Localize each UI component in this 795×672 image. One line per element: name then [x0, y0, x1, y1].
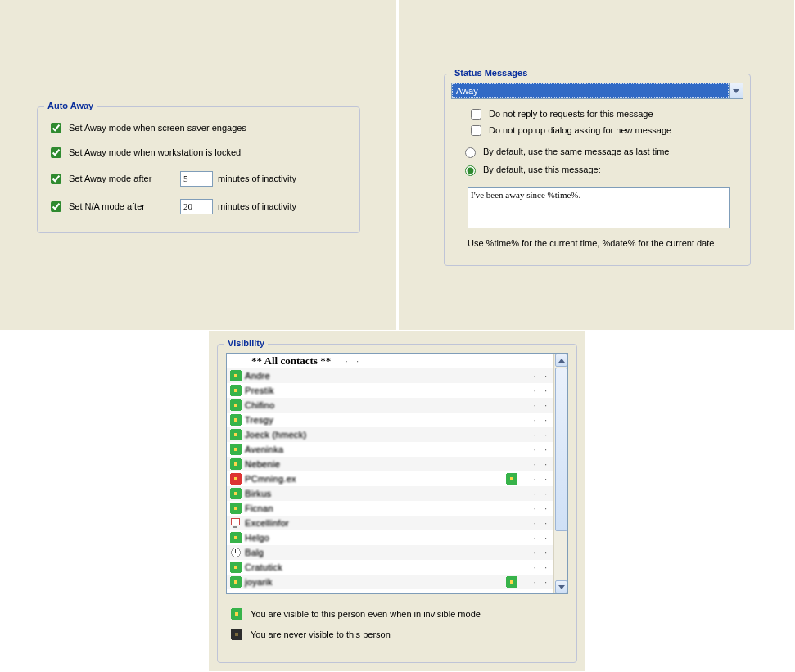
legend-visible-row: You are visible to this person even when… — [231, 607, 481, 621]
use-this-row: By default, use this message: — [461, 163, 601, 176]
visibility-row-dots: · · — [519, 563, 553, 572]
flower-green-icon — [230, 458, 242, 470]
auto-away-after-row: Set Away mode after minutes of inactivit… — [47, 171, 296, 186]
flower-visible-icon — [231, 608, 242, 620]
chevron-down-icon — [733, 89, 739, 93]
visibility-panel: Visibility ** All contacts ** · · Andre·… — [209, 331, 586, 672]
auto-away-after-input[interactable] — [180, 171, 213, 187]
flower-green-icon — [230, 399, 242, 411]
visibility-row[interactable]: Prestik· · — [227, 383, 553, 398]
auto-away-na-input[interactable] — [180, 199, 213, 214]
flower-red-icon — [230, 473, 242, 485]
auto-away-na-minutes-label: minutes of inactivity — [218, 201, 296, 211]
visibility-row[interactable]: Helgo· · — [227, 530, 553, 545]
do-not-popup-checkbox[interactable] — [471, 125, 481, 136]
visibility-badge — [504, 576, 519, 588]
flower-green-icon — [230, 385, 242, 396]
visibility-contact-name: Aveninka — [242, 444, 504, 454]
status-message-textarea[interactable] — [468, 187, 730, 228]
same-as-last-label: By default, use the same message as last… — [483, 147, 669, 156]
scroll-up-button[interactable] — [555, 354, 567, 367]
status-messages-title: Status Messages — [451, 68, 531, 78]
auto-away-panel: Auto Away Set Away mode when screen save… — [0, 0, 397, 331]
visibility-row[interactable]: Nebenie· · — [227, 457, 553, 471]
auto-away-na-checkbox[interactable] — [51, 201, 61, 212]
flower-green-icon — [230, 370, 242, 381]
visibility-scrollbar[interactable] — [553, 354, 567, 593]
visibility-contact-name: Ficnan — [242, 503, 504, 513]
visibility-header: ** All contacts ** — [230, 354, 331, 368]
auto-away-locked-checkbox[interactable] — [51, 147, 61, 158]
flower-green-icon — [230, 414, 242, 426]
auto-away-group: Auto Away Set Away mode when screen save… — [37, 106, 360, 233]
visibility-row[interactable]: Ficnan· · — [227, 501, 553, 516]
clock-icon — [230, 547, 242, 558]
auto-away-after-minutes-label: minutes of inactivity — [218, 174, 296, 183]
visibility-row[interactable]: Tresgy· · — [227, 413, 553, 427]
visibility-contact-name: Andre — [242, 371, 504, 381]
legend-visible-label: You are visible to this person even when… — [251, 609, 481, 619]
monitor-icon — [230, 517, 242, 529]
visibility-row[interactable]: joyarik· · — [227, 575, 553, 589]
do-not-reply-label: Do not reply to requests for this messag… — [489, 109, 653, 119]
visibility-row-dots: · · — [519, 548, 553, 557]
visibility-row[interactable]: Chifino· · — [227, 398, 553, 413]
do-not-reply-row: Do not reply to requests for this messag… — [468, 107, 653, 120]
same-as-last-row: By default, use the same message as last… — [461, 145, 669, 158]
visibility-row[interactable]: Birkus· · — [227, 486, 553, 501]
auto-away-after-label: Set Away mode after — [69, 174, 175, 183]
visibility-row-dots: · · — [519, 519, 553, 528]
auto-away-locked-row: Set Away mode when workstation is locked — [47, 145, 241, 160]
do-not-reply-checkbox[interactable] — [471, 109, 481, 120]
same-as-last-radio[interactable] — [465, 147, 476, 158]
auto-away-screensaver-label: Set Away mode when screen saver engages — [69, 123, 246, 133]
scroll-down-button[interactable] — [555, 580, 567, 593]
flower-green-icon — [506, 576, 517, 588]
visibility-row[interactable]: Andre· · — [227, 368, 553, 383]
scroll-thumb[interactable] — [555, 368, 567, 531]
auto-away-screensaver-checkbox[interactable] — [51, 123, 61, 133]
status-messages-group: Status Messages Away Do not reply to req… — [444, 74, 751, 266]
status-select[interactable]: Away — [451, 83, 743, 99]
visibility-contact-name: PCmning.ex — [242, 474, 504, 484]
visibility-row[interactable]: Aveninka· · — [227, 442, 553, 457]
visibility-contact-name: Nebenie — [242, 459, 504, 469]
flower-green-icon — [230, 444, 242, 455]
visibility-header-dots: · · — [331, 357, 365, 366]
visibility-contact-name: Cratutick — [242, 562, 504, 572]
chevron-down-icon — [558, 585, 565, 589]
visibility-row[interactable]: PCmning.ex· · — [227, 471, 553, 486]
visibility-row-dots: · · — [519, 534, 553, 543]
visibility-row-dots: · · — [519, 504, 553, 513]
auto-away-after-checkbox[interactable] — [51, 174, 61, 184]
status-select-button[interactable] — [729, 83, 743, 98]
auto-away-locked-label: Set Away mode when workstation is locked — [69, 147, 241, 157]
flower-green-icon — [230, 532, 242, 543]
visibility-row-dots: · · — [519, 386, 553, 395]
visibility-header-row[interactable]: ** All contacts ** · · — [227, 354, 553, 368]
visibility-row[interactable]: Balg· · — [227, 545, 553, 560]
visibility-row-dots: · · — [519, 489, 553, 498]
flower-green-icon — [230, 488, 242, 499]
visibility-contact-name: joyarik — [242, 577, 504, 587]
visibility-rows: ** All contacts ** · · Andre· ·Prestik· … — [227, 354, 553, 593]
visibility-row-dots: · · — [519, 372, 553, 381]
flower-green-icon — [230, 562, 242, 573]
flower-never-icon — [231, 629, 242, 640]
use-this-radio[interactable] — [465, 165, 476, 176]
visibility-row-dots: · · — [519, 401, 553, 410]
visibility-list[interactable]: ** All contacts ** · · Andre· ·Prestik· … — [226, 353, 568, 594]
visibility-row-dots: · · — [519, 431, 553, 440]
do-not-popup-row: Do not pop up dialog asking for new mess… — [468, 124, 671, 137]
status-message-hint: Use %time% for the current time, %date% … — [468, 238, 738, 248]
visibility-row[interactable]: Joeck (hmeck)· · — [227, 427, 553, 442]
visibility-badge — [504, 473, 519, 485]
auto-away-title: Auto Away — [44, 101, 97, 110]
visibility-row[interactable]: Excellinfor· · — [227, 516, 553, 530]
visibility-contact-name: Balg — [242, 548, 504, 557]
auto-away-screensaver-row: Set Away mode when screen saver engages — [47, 120, 246, 135]
legend-never-label: You are never visible to this person — [251, 629, 391, 639]
visibility-row-dots: · · — [519, 460, 553, 469]
visibility-row[interactable]: Cratutick· · — [227, 560, 553, 575]
auto-away-na-row: Set N/A mode after minutes of inactivity — [47, 199, 296, 214]
